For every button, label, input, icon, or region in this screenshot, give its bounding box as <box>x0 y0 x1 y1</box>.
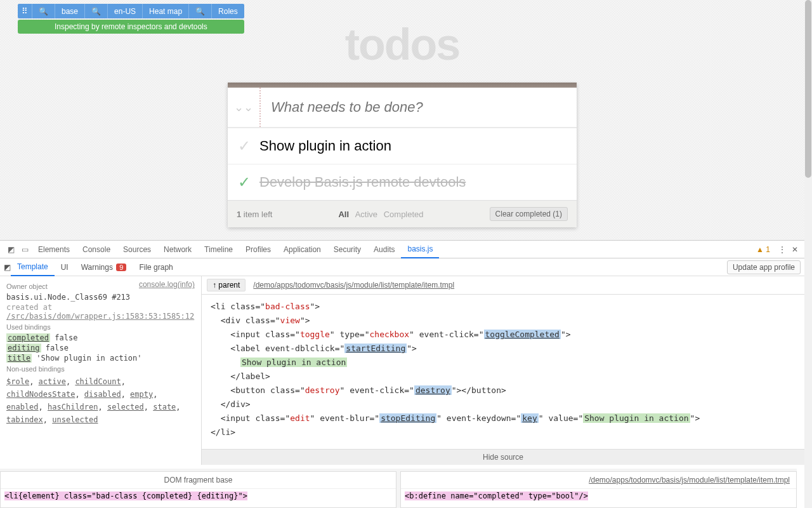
tab-basisjs[interactable]: basis.js <box>401 241 439 258</box>
app-title: todos <box>0 19 804 70</box>
panel-title: DOM fragment base <box>1 472 396 489</box>
parent-button[interactable]: ↑ parent <box>207 279 246 291</box>
page-scrollbar[interactable] <box>804 0 812 508</box>
search-icon[interactable]: 🔍 <box>32 4 55 18</box>
update-profile-button[interactable]: Update app profile <box>727 260 801 274</box>
todo-text: Develop Basis.js remote devtools <box>259 174 466 190</box>
todo-app: ⌄⌄ ✓ Show plugin in action ✓ Develop Bas… <box>228 83 577 227</box>
remote-btn-roles[interactable]: Roles <box>212 4 244 18</box>
binding-name[interactable]: completed <box>6 333 50 342</box>
pick-icon[interactable]: ◩ <box>4 263 11 272</box>
console-log-link[interactable]: console.log(info) <box>139 280 195 289</box>
close-icon[interactable]: ✕ <box>789 245 801 254</box>
tab-timeline[interactable]: Timeline <box>198 241 239 258</box>
checkmark-icon[interactable]: ✓ <box>238 173 259 191</box>
tab-application[interactable]: Application <box>277 241 327 258</box>
devtools-panel: ◩ ▭ Elements Console Sources Network Tim… <box>0 240 804 508</box>
remote-btn-locale[interactable]: en-US <box>108 4 143 18</box>
tab-sources[interactable]: Sources <box>117 241 157 258</box>
inspector-side-panel: console.log(info) Owner object basis.ui.… <box>0 276 202 465</box>
device-icon[interactable]: ▭ <box>18 245 32 254</box>
warning-count[interactable]: ▲ 1 <box>756 245 770 254</box>
search-icon[interactable]: 🔍 <box>85 4 108 18</box>
filter-all[interactable]: All <box>338 210 349 219</box>
code-line: <b:define name="completed" type="bool"/> <box>405 491 588 500</box>
tab-console[interactable]: Console <box>76 241 117 258</box>
items-left: 1 item left <box>237 210 272 219</box>
subtab-ui[interactable]: UI <box>55 259 75 276</box>
hide-source-button[interactable]: Hide source <box>202 449 804 465</box>
search-icon[interactable]: 🔍 <box>189 4 212 18</box>
binding-name[interactable]: title <box>6 354 32 363</box>
template-file-panel: /demo/apps/todomvc/basis/js/module/list/… <box>400 471 797 508</box>
subtab-warnings[interactable]: Warnings 9 <box>75 259 133 276</box>
unused-bindings-list: $role, active, childCount, childNodesSta… <box>6 375 195 426</box>
filter-active[interactable]: Active <box>355 210 377 219</box>
todo-text: Show plugin in action <box>259 138 391 154</box>
binding-name[interactable]: editing <box>6 344 41 352</box>
template-path-link[interactable]: /demo/apps/todomvc/basis/js/module/list/… <box>253 281 454 290</box>
filter-group: All Active Completed <box>336 210 425 219</box>
filter-completed[interactable]: Completed <box>384 210 424 219</box>
clear-completed-button[interactable]: Clear completed (1) <box>490 207 568 221</box>
tab-elements[interactable]: Elements <box>32 241 76 258</box>
new-todo-input[interactable] <box>259 88 577 127</box>
tab-profiles[interactable]: Profiles <box>239 241 277 258</box>
subtab-template[interactable]: Template <box>11 258 55 276</box>
more-icon[interactable]: ⋮ <box>775 245 789 254</box>
code-line: <li{element} class="bad-class {completed… <box>4 491 247 500</box>
todo-item[interactable]: ✓ Show plugin in action <box>228 128 577 164</box>
template-source: <li class="bad-class"> <div class="view"… <box>202 295 804 449</box>
remote-btn-base[interactable]: base <box>55 4 85 18</box>
checkmark-icon[interactable]: ✓ <box>238 137 259 155</box>
unused-bindings-label: Non-used bindings <box>6 365 195 373</box>
tab-security[interactable]: Security <box>327 241 367 258</box>
used-bindings-label: Used bindings <box>6 323 195 331</box>
owner-class: basis.ui.Node._Class69 #213 <box>6 293 195 302</box>
dom-fragment-panel: DOM fragment base <li{element} class="ba… <box>0 471 396 508</box>
todo-item[interactable]: ✓ Develop Basis.js remote devtools <box>228 164 577 200</box>
chevron-down-icon[interactable]: ⌄⌄ <box>228 100 259 114</box>
subtab-filegraph[interactable]: File graph <box>133 259 179 276</box>
tab-audits[interactable]: Audits <box>367 241 401 258</box>
drag-handle-icon[interactable]: ⠿ <box>18 4 32 18</box>
remote-btn-heatmap[interactable]: Heat map <box>143 4 189 18</box>
tab-network[interactable]: Network <box>157 241 198 258</box>
inspect-icon[interactable]: ◩ <box>4 245 18 254</box>
created-at-link[interactable]: /src/basis/dom/wrapper.js:1583:53:1585:1… <box>6 312 194 321</box>
panel-title-link[interactable]: /demo/apps/todomvc/basis/js/module/list/… <box>401 472 796 489</box>
